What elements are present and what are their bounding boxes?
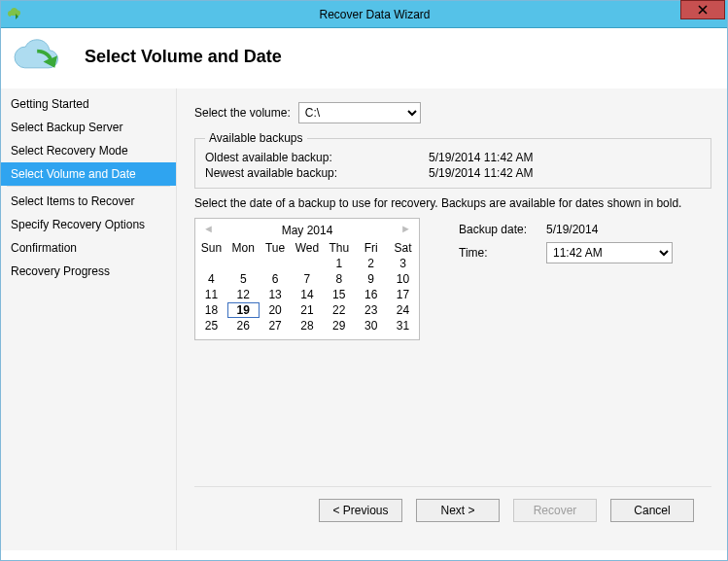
calendar-day-cell[interactable]: 31 (387, 318, 419, 333)
step-specify-recovery-options[interactable]: Specify Recovery Options (1, 213, 176, 236)
calendar-day-cell (292, 256, 324, 271)
calendar-day-cell[interactable]: 19 (227, 302, 260, 318)
body: Getting Started Select Backup Server Sel… (1, 88, 727, 550)
footer-buttons: < Previous Next > Recover Cancel (194, 486, 711, 522)
volume-row: Select the volume: C:\ (194, 102, 711, 123)
oldest-backup-value: 5/19/2014 11:42 AM (429, 151, 533, 164)
cancel-button[interactable]: Cancel (610, 499, 694, 522)
next-button[interactable]: Next > (416, 499, 500, 522)
calendar-day-header: Tue (260, 240, 292, 256)
step-recovery-progress[interactable]: Recovery Progress (1, 260, 176, 283)
calendar-day-cell[interactable]: 21 (292, 302, 324, 318)
calendar-day-cell[interactable]: 7 (292, 271, 324, 287)
calendar-day-header: Sat (387, 240, 419, 256)
calendar-day-cell[interactable]: 12 (227, 287, 260, 302)
calendar-prev-icon[interactable]: ◄ (203, 223, 214, 234)
calendar-day-cell[interactable]: 15 (323, 287, 355, 302)
newest-backup-label: Newest available backup: (205, 166, 429, 180)
titlebar: Recover Data Wizard (1, 1, 727, 28)
instruction-text: Select the date of a backup to use for r… (194, 196, 711, 210)
calendar-day-cell (195, 256, 227, 271)
page-title: Select Volume and Date (85, 47, 282, 67)
calendar-day-cell[interactable]: 11 (195, 287, 227, 302)
calendar-day-cell[interactable]: 28 (292, 318, 324, 333)
recover-button[interactable]: Recover (513, 499, 597, 522)
calendar-day-cell[interactable]: 20 (260, 302, 292, 318)
calendar-day-cell[interactable]: 26 (227, 318, 260, 333)
calendar-day-cell[interactable]: 6 (260, 271, 292, 287)
calendar-day-cell[interactable]: 2 (355, 256, 387, 271)
calendar-day-cell[interactable]: 24 (387, 302, 419, 318)
calendar-day-header: Sun (195, 240, 227, 256)
volume-select[interactable]: C:\ (298, 102, 421, 123)
backup-date-value: 5/19/2014 (546, 223, 598, 236)
step-confirmation[interactable]: Confirmation (1, 236, 176, 260)
calendar-next-icon[interactable]: ► (400, 223, 411, 234)
available-backups-group: Available backups Oldest available backu… (194, 131, 711, 189)
close-button[interactable] (680, 0, 725, 19)
calendar-day-cell[interactable]: 23 (355, 302, 387, 318)
main-panel: Select the volume: C:\ Available backups… (177, 88, 727, 550)
cloud-restore-icon (11, 38, 67, 75)
backup-info: Backup date: 5/19/2014 Time: 11:42 AM (459, 218, 673, 340)
calendar-day-header: Mon (227, 240, 260, 256)
calendar-grid: SunMonTueWedThuFriSat 123456789101112131… (195, 240, 419, 333)
step-select-recovery-mode[interactable]: Select Recovery Mode (1, 139, 176, 162)
calendar[interactable]: ◄ May 2014 ► SunMonTueWedThuFriSat 12345… (194, 218, 420, 340)
calendar-day-cell[interactable]: 4 (195, 271, 227, 287)
calendar-day-cell[interactable]: 10 (387, 271, 419, 287)
step-select-backup-server[interactable]: Select Backup Server (1, 116, 176, 139)
newest-backup-value: 5/19/2014 11:42 AM (429, 166, 533, 180)
calendar-day-cell[interactable]: 25 (195, 318, 227, 333)
available-backups-legend: Available backups (205, 131, 307, 145)
calendar-month-label: May 2014 (282, 224, 333, 237)
calendar-day-cell[interactable]: 3 (387, 256, 419, 271)
calendar-day-cell[interactable]: 22 (323, 302, 355, 318)
calendar-day-header: Thu (323, 240, 355, 256)
header: Select Volume and Date (1, 28, 727, 88)
previous-button[interactable]: < Previous (319, 499, 402, 522)
calendar-day-cell[interactable]: 13 (260, 287, 292, 302)
step-getting-started[interactable]: Getting Started (1, 92, 176, 116)
calendar-day-cell[interactable]: 14 (292, 287, 324, 302)
calendar-day-header: Wed (292, 240, 324, 256)
calendar-day-cell (260, 256, 292, 271)
sidebar-separator (7, 186, 170, 187)
calendar-day-header: Fri (355, 240, 387, 256)
calendar-day-cell[interactable]: 29 (323, 318, 355, 333)
backup-time-label: Time: (459, 246, 546, 260)
step-select-volume-and-date[interactable]: Select Volume and Date (1, 162, 176, 186)
calendar-day-cell[interactable]: 30 (355, 318, 387, 333)
oldest-backup-label: Oldest available backup: (205, 151, 429, 164)
volume-label: Select the volume: (194, 106, 291, 120)
step-select-items-to-recover[interactable]: Select Items to Recover (1, 190, 176, 213)
calendar-day-cell (227, 256, 260, 271)
calendar-day-cell[interactable]: 8 (323, 271, 355, 287)
calendar-day-cell[interactable]: 1 (323, 256, 355, 271)
backup-date-label: Backup date: (459, 223, 546, 236)
calendar-day-cell[interactable]: 17 (387, 287, 419, 302)
wizard-window: Recover Data Wizard Select Volume and Da… (0, 0, 728, 561)
wizard-steps-sidebar: Getting Started Select Backup Server Sel… (1, 88, 177, 550)
calendar-day-cell[interactable]: 16 (355, 287, 387, 302)
window-title: Recover Data Wizard (22, 8, 727, 21)
calendar-day-cell[interactable]: 9 (355, 271, 387, 287)
calendar-day-cell[interactable]: 27 (260, 318, 292, 333)
calendar-day-cell[interactable]: 18 (195, 302, 227, 318)
app-icon (7, 7, 22, 22)
calendar-day-cell[interactable]: 5 (227, 271, 260, 287)
backup-time-select[interactable]: 11:42 AM (546, 242, 673, 263)
